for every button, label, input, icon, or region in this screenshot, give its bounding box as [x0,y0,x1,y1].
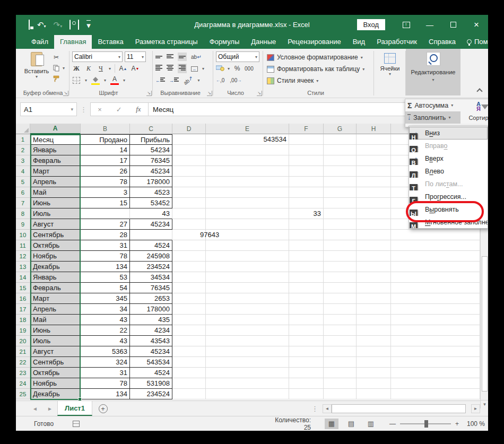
menu-item-series[interactable]: ГПрогрессия... [409,190,488,203]
cell-E24[interactable] [206,378,289,389]
cell-H2[interactable] [357,145,391,155]
sign-in-button[interactable]: Вход [357,19,385,30]
cell-F20[interactable] [289,336,324,346]
cell-C24[interactable]: 531908 [130,378,172,389]
cell-F3[interactable] [289,155,324,166]
cell-B23[interactable]: 31 [81,368,130,378]
cell-C13[interactable]: 234524 [130,262,172,272]
menu-item-fill-down[interactable]: ↓НВниз [409,127,488,140]
cell-E3[interactable] [206,155,289,166]
cell-G7[interactable] [324,198,357,208]
merge-center-icon[interactable]: ↔ [191,65,198,72]
cell-A21[interactable]: Август [30,346,81,357]
cell-H10[interactable] [357,230,391,240]
row-header-16[interactable]: 16 [16,293,30,304]
row-header-7[interactable]: 7 [16,198,30,208]
cell-E22[interactable] [206,357,289,368]
cell-D3[interactable] [172,155,206,166]
cell-B24[interactable]: 78 [81,378,130,389]
tab-Справка[interactable]: Справка [423,35,462,49]
number-dialog-launcher[interactable]: ↘ [257,91,262,96]
cell-H13[interactable] [357,262,391,272]
row-header-24[interactable]: 24 [16,378,30,389]
cell-A12[interactable]: Ноябрь [30,251,81,262]
cell-B25[interactable]: 134 [81,389,130,399]
row-header-10[interactable]: 10 [16,230,30,240]
cell-B14[interactable]: 53 [81,272,130,283]
cell-B4[interactable]: 26 [81,166,130,177]
cell-A7[interactable]: Июнь [30,198,81,208]
minimize-icon[interactable]: — [418,15,441,34]
paste-button[interactable]: Вставить ▾ [24,51,49,86]
maximize-icon[interactable] [441,15,465,34]
table-borders-icon[interactable] [78,21,79,29]
cell-H21[interactable] [357,346,391,357]
cell-A11[interactable]: Октябрь [30,240,81,251]
cell-E10[interactable] [206,230,289,240]
cell-A19[interactable]: Июнь [30,325,81,336]
cell-A3[interactable]: Февраль [30,155,81,166]
cell-B13[interactable]: 134 [81,262,130,272]
align-middle-icon[interactable] [167,53,173,60]
collapse-ribbon-icon[interactable] [476,88,482,94]
name-box-dropdown-icon[interactable]: ▾ [71,107,73,112]
cell-A15[interactable]: Февраль [30,283,81,293]
align-right-icon[interactable] [178,64,187,74]
cell-E8[interactable] [206,208,289,219]
cell-D22[interactable] [172,357,206,368]
cell-G12[interactable] [324,251,357,262]
cell-B7[interactable]: 15 [81,198,130,208]
cell-F25[interactable] [289,389,324,399]
row-header-3[interactable]: 3 [16,155,30,166]
cell-H23[interactable] [357,368,391,378]
editing-button[interactable]: Редактирование ▾ [406,49,460,95]
cell-G19[interactable] [324,325,357,336]
cell-H1[interactable] [357,134,391,145]
conditional-formatting-button[interactable]: Условное форматирование▾ [267,52,363,63]
align-bottom-icon[interactable] [178,53,187,61]
scroll-right-icon[interactable]: ► [471,404,480,413]
cell-E13[interactable] [206,262,289,272]
cell-F5[interactable] [289,177,324,187]
cell-H14[interactable] [357,272,391,283]
vertical-scrollbar-thumb[interactable] [482,256,488,391]
menu-item-justify[interactable]: ЫВыровнять [409,203,488,216]
format-as-table-button[interactable]: Форматировать как таблицу▾ [267,64,364,74]
cell-G13[interactable] [324,262,357,272]
cell-E16[interactable] [206,293,289,304]
font-color-icon[interactable]: А [110,75,119,85]
cell-F23[interactable] [289,368,324,378]
add-sheet-button[interactable]: + [92,401,114,416]
cell-C5[interactable]: 178000 [130,177,172,187]
column-header-E[interactable]: E [206,124,289,134]
cell-D24[interactable] [172,378,206,389]
cell-B3[interactable]: 17 [81,155,130,166]
horizontal-scrollbar-thumb[interactable] [332,404,466,413]
cell-B6[interactable]: 3 [81,187,130,198]
comma-style-button[interactable]: 000 [245,64,254,73]
row-header-11[interactable]: 11 [16,240,30,251]
row-header-1[interactable]: 1 [16,134,30,145]
cell-G25[interactable] [324,389,357,399]
row-header-5[interactable]: 5 [16,177,30,187]
cell-G14[interactable] [324,272,357,283]
cell-A5[interactable]: Апрель [30,177,81,187]
cell-B10[interactable]: 28 [81,230,130,240]
prev-sheet-icon[interactable]: ◄ [28,401,42,416]
cell-A20[interactable]: Июль [30,336,81,346]
cell-E9[interactable] [206,219,289,230]
cell-F12[interactable] [289,251,324,262]
cell-C21[interactable]: 45234 [130,346,172,357]
cell-A25[interactable]: Декабрь [30,389,81,399]
row-header-6[interactable]: 6 [16,187,30,198]
cell-C10[interactable] [130,230,172,240]
cell-A2[interactable]: Январь [30,145,81,155]
page-break-view-icon[interactable]: ▥ [364,419,378,429]
menu-item-flash-fill[interactable]: ММгновенное заполне [409,216,488,229]
cell-G1[interactable] [324,134,357,145]
cell-E14[interactable] [206,272,289,283]
cell-E25[interactable] [206,389,289,399]
cell-G16[interactable] [324,293,357,304]
copy-icon[interactable] [52,63,60,73]
cell-F11[interactable] [289,240,324,251]
